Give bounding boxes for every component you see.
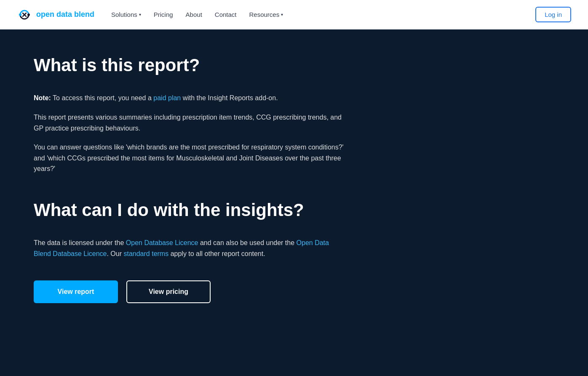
nav-links: Solutions ▾ Pricing About Contact Resour…: [111, 11, 283, 19]
svg-point-0: [19, 13, 21, 16]
nav-item-pricing[interactable]: Pricing: [154, 11, 173, 19]
open-database-licence-link[interactable]: Open Database Licence: [126, 239, 198, 246]
solutions-arrow-icon: ▾: [139, 12, 141, 17]
section1-title: What is this report?: [34, 55, 345, 76]
button-row: View report View pricing: [34, 280, 345, 303]
licence-paragraph: The data is licensed under the Open Data…: [34, 237, 345, 259]
logo-icon: [17, 7, 32, 22]
view-report-button[interactable]: View report: [34, 280, 118, 303]
nav-item-about[interactable]: About: [186, 11, 202, 19]
nav-item-contact[interactable]: Contact: [215, 11, 237, 19]
body-paragraph-2: You can answer questions like 'which bra…: [34, 142, 345, 174]
paid-plan-link[interactable]: paid plan: [153, 94, 181, 101]
nav-item-solutions[interactable]: Solutions ▾: [111, 11, 141, 18]
section-what-is-report: What is this report? Note: To access thi…: [34, 55, 345, 174]
section2-title: What can I do with the insights?: [34, 200, 345, 221]
view-pricing-button[interactable]: View pricing: [126, 280, 211, 303]
logo-text: open data blend: [36, 10, 94, 19]
svg-point-1: [27, 13, 30, 16]
standard-terms-link[interactable]: standard terms: [123, 250, 168, 257]
main-content: What is this report? Note: To access thi…: [0, 29, 379, 337]
logo[interactable]: open data blend: [17, 7, 94, 22]
navbar: open data blend Solutions ▾ Pricing Abou…: [0, 0, 588, 29]
note-prefix: Note:: [34, 94, 51, 101]
resources-arrow-icon: ▾: [281, 12, 283, 17]
navbar-left: open data blend Solutions ▾ Pricing Abou…: [17, 7, 283, 22]
note-paragraph: Note: To access this report, you need a …: [34, 93, 345, 104]
section-what-can-i-do: What can I do with the insights? The dat…: [34, 200, 345, 259]
body-paragraph-1: This report presents various summaries i…: [34, 112, 345, 133]
login-button[interactable]: Log in: [535, 7, 571, 22]
nav-item-resources[interactable]: Resources ▾: [249, 11, 283, 18]
